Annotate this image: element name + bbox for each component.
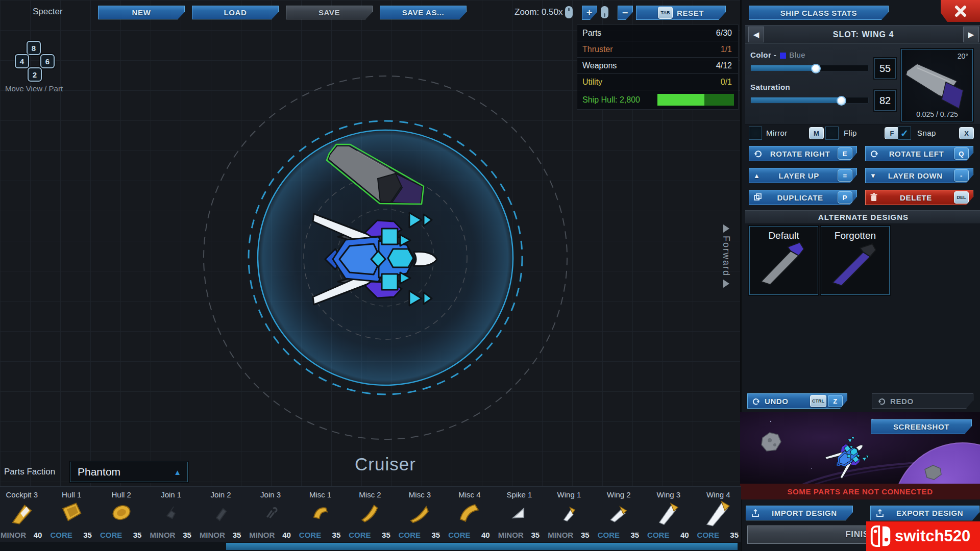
flip-label: Flip — [844, 129, 857, 137]
color-swatch — [780, 53, 786, 59]
ship-class-label: Cruiser — [334, 454, 436, 474]
color-slider[interactable] — [750, 65, 869, 71]
stat-row-weapons: Weapons4/12 — [577, 58, 738, 74]
reset-view-button[interactable]: TAB RESET — [636, 6, 726, 20]
snap-checkbox[interactable]: ✓ — [898, 127, 911, 140]
numpad-down-key: 2 — [28, 67, 42, 82]
delete-button[interactable]: DELETE DEL — [865, 190, 973, 205]
design-thumb-forgotten[interactable]: Forgotten — [821, 226, 890, 295]
part-spike-1[interactable]: Spike 1MINOR35 — [495, 487, 544, 542]
part-icon-wing-1 — [556, 500, 582, 527]
part-join-1[interactable]: Join 1MINOR35 — [146, 487, 195, 542]
close-button[interactable] — [941, 0, 980, 22]
mouse-scroll-up-icon — [565, 6, 573, 19]
import-design-button[interactable]: IMPORT DESIGN — [746, 506, 853, 520]
part-icon-wing-4 — [705, 500, 731, 527]
watermark-text: switch520 — [895, 527, 970, 545]
part-misc-3[interactable]: Misc 3CORE35 — [395, 487, 445, 542]
slot-next-button[interactable]: ▶ — [963, 27, 979, 42]
part-icon-hull-2 — [108, 500, 135, 527]
part-wing-3[interactable]: Wing 3CORE40 — [644, 487, 693, 542]
stat-row-parts: Parts6/30 — [577, 25, 738, 41]
part-icon-misc-4 — [456, 500, 483, 527]
chevron-up-icon: ▲ — [174, 468, 187, 477]
ship-class-stats-button[interactable]: SHIP CLASS STATS — [749, 6, 889, 20]
part-misc-4[interactable]: Misc 4CORE40 — [445, 487, 494, 542]
layer-down-button[interactable]: ▼ LAYER DOWN - — [865, 168, 973, 183]
redo-button[interactable]: REDO — [872, 393, 973, 409]
color-label: Color - Blue — [750, 51, 805, 59]
ship-name-label: Specter — [33, 7, 63, 17]
save-button[interactable]: SAVE — [286, 6, 373, 19]
part-icon-join-2 — [208, 500, 234, 527]
move-hint-label: Move View / Part — [5, 84, 63, 93]
part-join-3[interactable]: Join 3MINOR40 — [246, 487, 295, 542]
tray-scrollbar-thumb[interactable] — [226, 543, 738, 550]
export-design-button[interactable]: EXPORT DESIGN — [870, 506, 979, 520]
rotate-cw-icon — [753, 149, 763, 158]
saturation-slider-fill — [751, 97, 841, 103]
part-wing-1[interactable]: Wing 1MINOR35 — [544, 487, 594, 542]
flip-checkbox[interactable] — [825, 127, 839, 140]
design-thumb-default[interactable]: Default — [749, 226, 818, 295]
forward-arrow-icon — [723, 224, 729, 233]
z-key-icon: Z — [828, 395, 843, 407]
part-misc-2[interactable]: Misc 2CORE35 — [345, 487, 395, 542]
forward-label: Forward — [721, 236, 731, 277]
color-value-field[interactable]: 55 — [874, 58, 896, 79]
switch-logo-icon — [869, 524, 893, 548]
numpad-up-key: 8 — [27, 41, 41, 55]
duplicate-icon — [753, 193, 763, 202]
part-icon-misc-3 — [406, 500, 433, 527]
part-icon-join-1 — [158, 500, 184, 527]
part-icon-misc-2 — [357, 500, 383, 527]
part-cockpit-3[interactable]: Cockpit 3MINOR40 — [0, 487, 46, 542]
parts-tray: Cockpit 3MINOR40 Hull 1CORE35 Hull 2CORE… — [0, 486, 741, 542]
part-hull-1[interactable]: Hull 1CORE35 — [46, 487, 96, 542]
ship-stats-panel: Parts6/30 Thruster1/1 Weapons4/12 Utilit… — [577, 24, 739, 110]
part-offset-label: 0.025 / 0.725 — [902, 110, 972, 118]
parts-faction-dropdown[interactable]: Phantom ▲ — [70, 462, 188, 482]
saturation-slider-handle[interactable] — [837, 96, 846, 106]
new-button[interactable]: NEW — [98, 6, 185, 19]
stat-row-ship-hull: Ship Hull: 2,800 — [577, 90, 738, 109]
parts-faction-value: Phantom — [70, 466, 120, 478]
duplicate-button[interactable]: DUPLICATE P — [749, 190, 857, 205]
color-slider-handle[interactable] — [811, 64, 821, 73]
hull-bar — [657, 94, 734, 106]
part-icon-join-3 — [257, 500, 284, 527]
screenshot-button[interactable]: SCREENSHOT — [871, 419, 972, 434]
zoom-level-label: Zoom: 0.50x — [514, 7, 563, 17]
part-angle-label: 20° — [958, 52, 968, 60]
part-wing-4[interactable]: Wing 4CORE35 — [694, 487, 743, 542]
save-as-button[interactable]: SAVE AS... — [380, 6, 467, 19]
part-join-2[interactable]: Join 2MINOR35 — [196, 487, 246, 542]
slot-title-bar: SLOT: WING 4 — [745, 25, 980, 44]
part-icon-wing-3 — [655, 500, 682, 527]
undo-button[interactable]: UNDO CTRL Z — [747, 393, 847, 409]
triangle-down-icon: ▼ — [870, 172, 876, 180]
part-icon-cockpit-3 — [9, 500, 35, 527]
layer-up-button[interactable]: ▲ LAYER UP = — [749, 168, 857, 183]
part-wing-2[interactable]: Wing 2CORE35 — [594, 487, 644, 542]
part-hull-2[interactable]: Hull 2CORE35 — [96, 487, 146, 542]
slot-prev-button[interactable]: ◀ — [748, 27, 764, 42]
layer-down-key-icon: - — [954, 169, 969, 182]
tray-scrollbar-track[interactable] — [0, 542, 741, 551]
export-icon — [876, 509, 884, 517]
rotate-left-button[interactable]: ROTATE LEFT Q — [865, 146, 973, 161]
saturation-value-field[interactable]: 82 — [874, 90, 896, 111]
part-icon-spike-1 — [506, 500, 532, 527]
stat-row-utility: Utility0/1 — [577, 74, 738, 90]
forward-arrow-icon — [723, 280, 729, 288]
rotate-right-button[interactable]: ROTATE RIGHT E — [749, 146, 857, 161]
part-icon-hull-1 — [58, 500, 85, 527]
part-misc-1[interactable]: Misc 1CORE35 — [296, 487, 345, 542]
triangle-up-icon: ▲ — [753, 172, 760, 180]
mirror-checkbox[interactable] — [749, 127, 762, 140]
load-button[interactable]: LOAD — [192, 6, 279, 19]
saturation-slider[interactable] — [750, 97, 869, 104]
parts-faction-label: Parts Faction — [4, 467, 55, 477]
numpad-right-key: 6 — [40, 54, 55, 68]
numpad-left-key: 4 — [15, 54, 29, 68]
